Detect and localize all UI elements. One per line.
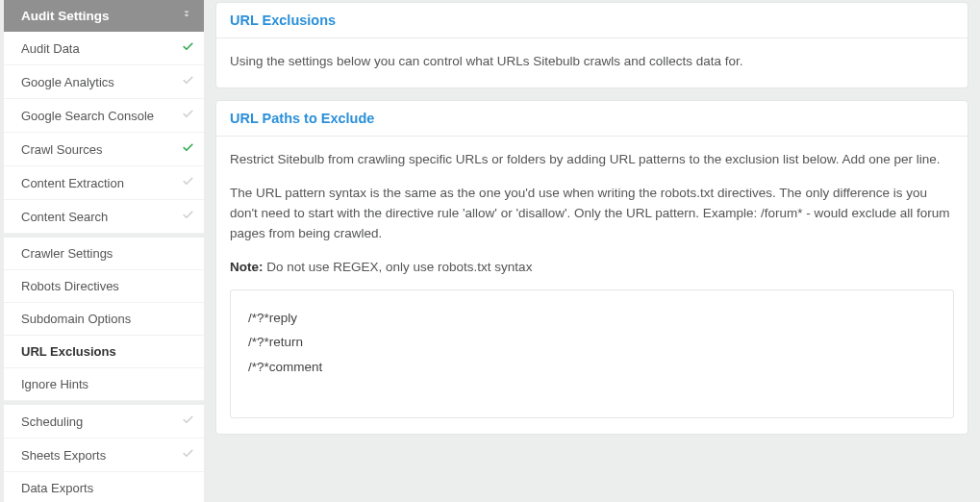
sidebar-item-data-exports[interactable]: Data Exports <box>4 472 204 502</box>
sidebar-item-label: Crawl Sources <box>21 142 103 157</box>
sidebar-item-sheets-exports[interactable]: Sheets Exports <box>4 439 204 472</box>
sidebar-item-scheduling[interactable]: Scheduling <box>4 405 204 439</box>
sidebar-item-label: Data Exports <box>21 481 93 495</box>
sidebar-item-label: Crawler Settings <box>21 246 113 261</box>
check-icon <box>182 74 194 89</box>
sidebar-item-url-exclusions[interactable]: URL Exclusions <box>4 336 204 368</box>
sidebar-item-label: Content Search <box>21 210 108 224</box>
check-icon <box>182 40 194 56</box>
chevron-down-double-icon <box>181 9 192 23</box>
sidebar-item-label: Google Search Console <box>21 109 154 123</box>
exclude-note: Note: Do not use REGEX, only use robots.… <box>230 258 954 278</box>
sidebar-item-content-search[interactable]: Content Search <box>4 200 204 234</box>
card-body: Restrict Sitebulb from crawling specific… <box>216 137 967 435</box>
check-icon <box>182 141 194 157</box>
sidebar-groups: Audit DataGoogle AnalyticsGoogle Search … <box>4 32 204 502</box>
sidebar-item-google-search-console[interactable]: Google Search Console <box>4 99 204 133</box>
sidebar: Audit Settings Audit DataGoogle Analytic… <box>4 0 204 502</box>
check-icon <box>182 209 194 224</box>
sidebar-item-crawl-sources[interactable]: Crawl Sources <box>4 133 204 166</box>
card-body: Using the settings below you can control… <box>216 38 967 88</box>
sidebar-item-label: Robots Directives <box>21 279 119 293</box>
card-title: URL Paths to Exclude <box>216 101 967 137</box>
sidebar-item-label: Content Extraction <box>21 176 124 190</box>
sidebar-item-label: Ignore Hints <box>21 377 88 391</box>
main-content: URL Exclusions Using the settings below … <box>204 0 980 502</box>
sidebar-item-google-analytics[interactable]: Google Analytics <box>4 65 204 99</box>
sidebar-item-label: Sheets Exports <box>21 448 106 463</box>
sidebar-header[interactable]: Audit Settings <box>4 0 204 32</box>
card-url-exclusions-intro: URL Exclusions Using the settings below … <box>215 2 968 88</box>
exclusion-patterns-textarea[interactable]: /*?*reply /*?*return /*?*comment <box>230 289 954 419</box>
sidebar-item-label: URL Exclusions <box>21 344 116 359</box>
exclude-desc-2: The URL pattern syntax is the same as th… <box>230 184 954 244</box>
intro-text: Using the settings below you can control… <box>230 54 743 68</box>
sidebar-item-ignore-hints[interactable]: Ignore Hints <box>4 368 204 401</box>
sidebar-item-label: Scheduling <box>21 414 83 429</box>
note-label: Note: <box>230 260 264 274</box>
sidebar-item-robots-directives[interactable]: Robots Directives <box>4 270 204 303</box>
check-icon <box>182 175 194 190</box>
sidebar-item-label: Audit Data <box>21 41 80 56</box>
sidebar-item-content-extraction[interactable]: Content Extraction <box>4 166 204 200</box>
sidebar-item-audit-data[interactable]: Audit Data <box>4 32 204 65</box>
check-icon <box>182 414 194 429</box>
check-icon <box>182 447 194 463</box>
sidebar-item-subdomain-options[interactable]: Subdomain Options <box>4 303 204 336</box>
sidebar-item-label: Google Analytics <box>21 75 114 89</box>
exclude-desc-1: Restrict Sitebulb from crawling specific… <box>230 150 954 170</box>
card-title: URL Exclusions <box>216 3 967 38</box>
card-url-paths-exclude: URL Paths to Exclude Restrict Sitebulb f… <box>215 100 968 436</box>
sidebar-item-crawler-settings[interactable]: Crawler Settings <box>4 238 204 270</box>
check-icon <box>182 108 194 123</box>
note-text: Do not use REGEX, only use robots.txt sy… <box>264 260 533 274</box>
sidebar-header-label: Audit Settings <box>21 9 110 23</box>
sidebar-item-label: Subdomain Options <box>21 312 131 326</box>
